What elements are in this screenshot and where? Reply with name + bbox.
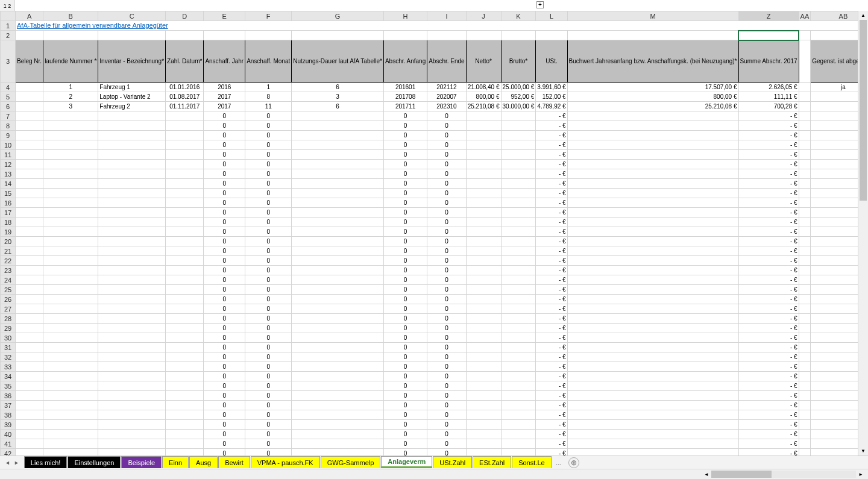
- cell-A7[interactable]: [16, 111, 43, 121]
- cell-F11[interactable]: 0: [245, 150, 292, 160]
- cell-J18[interactable]: [466, 218, 501, 227]
- cell-H34[interactable]: 0: [383, 372, 427, 381]
- cell-E14[interactable]: 0: [204, 179, 245, 189]
- cell-A18[interactable]: [16, 218, 43, 227]
- cell-Z21[interactable]: - €: [738, 246, 799, 256]
- cell-Z20[interactable]: - €: [738, 237, 799, 246]
- cell-AB25[interactable]: [811, 285, 858, 295]
- cell-J26[interactable]: [466, 295, 501, 304]
- cell-E4[interactable]: 2016: [204, 83, 245, 92]
- cell-H24[interactable]: 0: [383, 275, 427, 285]
- row-header-1[interactable]: 1: [1, 21, 16, 31]
- cell-M16[interactable]: [567, 198, 738, 208]
- row-header-21[interactable]: 21: [1, 246, 16, 256]
- cell-D38[interactable]: [166, 410, 204, 420]
- cell-A30[interactable]: [16, 333, 43, 343]
- cell-AB38[interactable]: [811, 410, 858, 420]
- row-header-20[interactable]: 20: [1, 237, 16, 246]
- row-header-8[interactable]: 8: [1, 121, 16, 131]
- row-header-39[interactable]: 39: [1, 420, 16, 430]
- col-header-G[interactable]: G: [292, 11, 384, 21]
- cell-J4[interactable]: 21.008,40 €: [466, 83, 501, 92]
- cell-F21[interactable]: 0: [245, 246, 292, 256]
- cell-L29[interactable]: - €: [536, 324, 567, 333]
- cell-E20[interactable]: 0: [204, 237, 245, 246]
- cell-H5[interactable]: 201708: [383, 92, 427, 102]
- cell-A11[interactable]: [16, 150, 43, 160]
- row-header-30[interactable]: 30: [1, 333, 16, 343]
- cell-E39[interactable]: 0: [204, 420, 245, 430]
- cell-G8[interactable]: [292, 121, 384, 131]
- cell-H38[interactable]: 0: [383, 410, 427, 420]
- cell-AA4[interactable]: [799, 83, 811, 92]
- cell-J14[interactable]: [466, 179, 501, 189]
- cell-A33[interactable]: [16, 362, 43, 372]
- cell-B12[interactable]: [43, 160, 98, 169]
- cell-AB12[interactable]: [811, 160, 858, 169]
- cell-G39[interactable]: [292, 420, 384, 430]
- cell-J28[interactable]: [466, 314, 501, 324]
- row-header-35[interactable]: 35: [1, 381, 16, 391]
- row-header-36[interactable]: 36: [1, 391, 16, 401]
- cell-C36[interactable]: [98, 391, 166, 401]
- cell-B31[interactable]: [43, 343, 98, 352]
- cell-AA14[interactable]: [799, 179, 811, 189]
- cell-A31[interactable]: [16, 343, 43, 352]
- cell-A10[interactable]: [16, 140, 43, 150]
- cell-Z38[interactable]: - €: [738, 410, 799, 420]
- cell-I16[interactable]: 0: [427, 198, 466, 208]
- cell-K40[interactable]: [501, 430, 536, 439]
- cell-F36[interactable]: 0: [245, 391, 292, 401]
- new-sheet-button[interactable]: ⊕: [568, 457, 579, 468]
- cell-B41[interactable]: [43, 439, 98, 449]
- row-header-40[interactable]: 40: [1, 430, 16, 439]
- cell-H15[interactable]: 0: [383, 189, 427, 198]
- row-header-31[interactable]: 31: [1, 343, 16, 352]
- cell-M21[interactable]: [567, 246, 738, 256]
- cell-M6[interactable]: 25.210,08 €: [567, 102, 738, 111]
- cell-F13[interactable]: 0: [245, 169, 292, 179]
- cell-L38[interactable]: - €: [536, 410, 567, 420]
- cell-C25[interactable]: [98, 285, 166, 295]
- cell-G19[interactable]: [292, 227, 384, 237]
- cell-A40[interactable]: [16, 430, 43, 439]
- cell-C19[interactable]: [98, 227, 166, 237]
- cell-Z22[interactable]: - €: [738, 256, 799, 266]
- cell-G14[interactable]: [292, 179, 384, 189]
- cell-L35[interactable]: - €: [536, 381, 567, 391]
- cell-AA23[interactable]: [799, 266, 811, 275]
- cell-AB33[interactable]: [811, 362, 858, 372]
- cell-D24[interactable]: [166, 275, 204, 285]
- row-header-16[interactable]: 16: [1, 198, 16, 208]
- cell-I38[interactable]: 0: [427, 410, 466, 420]
- cell-M5[interactable]: 800,00 €: [567, 92, 738, 102]
- cell-Z39[interactable]: - €: [738, 420, 799, 430]
- cell-G9[interactable]: [292, 131, 384, 140]
- cell-A28[interactable]: [16, 314, 43, 324]
- cell-L7[interactable]: - €: [536, 111, 567, 121]
- cell-Z16[interactable]: - €: [738, 198, 799, 208]
- cell-C41[interactable]: [98, 439, 166, 449]
- cell-G27[interactable]: [292, 304, 384, 314]
- cell-B40[interactable]: [43, 430, 98, 439]
- cell-E24[interactable]: 0: [204, 275, 245, 285]
- cell-J22[interactable]: [466, 256, 501, 266]
- row-header-11[interactable]: 11: [1, 150, 16, 160]
- cell-H6[interactable]: 201711: [383, 102, 427, 111]
- cell-C15[interactable]: [98, 189, 166, 198]
- cell-AB18[interactable]: [811, 218, 858, 227]
- cell-A32[interactable]: [16, 352, 43, 362]
- cell-Z14[interactable]: - €: [738, 179, 799, 189]
- cell-J37[interactable]: [466, 401, 501, 410]
- col-header-A[interactable]: A: [16, 11, 43, 21]
- cell-K6[interactable]: 30.000,00 €: [501, 102, 536, 111]
- outline-level-box[interactable]: 1 2: [0, 0, 15, 12]
- cell-B38[interactable]: [43, 410, 98, 420]
- cell-D27[interactable]: [166, 304, 204, 314]
- cell-Z36[interactable]: - €: [738, 391, 799, 401]
- cell-M33[interactable]: [567, 362, 738, 372]
- cell-D15[interactable]: [166, 189, 204, 198]
- cell-J33[interactable]: [466, 362, 501, 372]
- cell-F28[interactable]: 0: [245, 314, 292, 324]
- column-group-expand-icon[interactable]: +: [536, 1, 544, 8]
